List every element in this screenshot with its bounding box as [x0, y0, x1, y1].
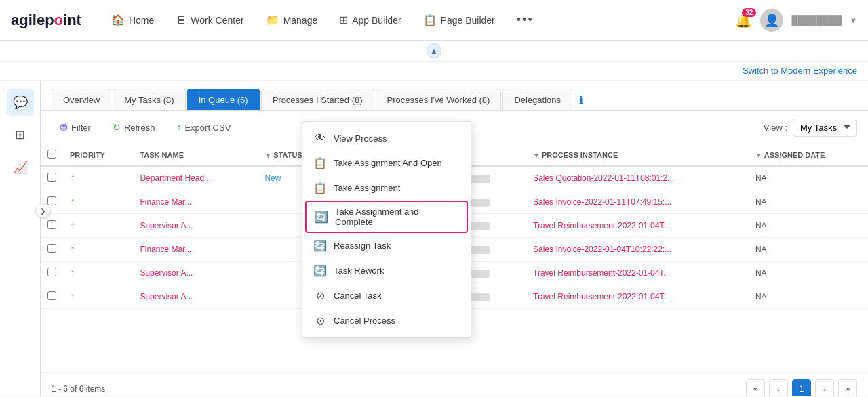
notification-button[interactable]: 🔔 32 [735, 12, 752, 28]
grid-icon: ⊞ [15, 127, 25, 142]
process-instance-cell: Travel Reimbursement-2022-01-04T... [526, 214, 749, 238]
assigned-date-value: NA [755, 292, 767, 301]
next-page-button[interactable]: › [815, 379, 834, 396]
tab-my-tasks[interactable]: My Tasks (8) [113, 89, 185, 110]
first-page-button[interactable]: « [746, 379, 765, 396]
menu-item-reassign-task[interactable]: 🔄 Reassign Task [302, 233, 471, 258]
nav-manage-label: Manage [283, 15, 318, 26]
nav-more-button[interactable]: ••• [509, 7, 542, 33]
export-csv-button[interactable]: ↑ Export CSV [168, 118, 239, 137]
assigned-date-value: NA [755, 268, 767, 278]
assigned-date-value: NA [755, 173, 767, 183]
items-count: 1 - 6 of 6 items [52, 384, 105, 394]
row-checkbox-cell [41, 166, 63, 190]
view-select[interactable]: My Tasks All Tasks [793, 119, 857, 137]
process-instance-link[interactable]: Travel Reimbursement-2022-01-04T... [533, 292, 670, 301]
export-label: Export CSV [184, 123, 231, 133]
pagination: « ‹ 1 › » [746, 379, 857, 396]
process-instance-header: ▼PROCESS INSTANCE [526, 144, 749, 166]
row-checkbox[interactable] [47, 173, 56, 182]
menu-item-cancel-process[interactable]: ⊙ Cancel Process [302, 308, 471, 333]
menu-icon-reassign-task: 🔄 [313, 239, 327, 252]
sidebar-toggle-button[interactable]: ❯ [35, 203, 50, 218]
menu-item-task-rework[interactable]: 🔄 Task Rework [302, 258, 471, 283]
nav-page-builder[interactable]: 📋 Page Builder [415, 8, 503, 32]
view-label: View : [764, 123, 787, 133]
row-checkbox[interactable] [47, 268, 56, 276]
user-dropdown-chevron[interactable]: ▼ [850, 16, 857, 24]
left-sidebar: 💬 ⊞ 📈 [0, 81, 41, 396]
nav-right: 🔔 32 👤 ████████ ▼ [735, 9, 857, 32]
sidebar-item-chart[interactable]: 📈 [7, 154, 34, 181]
process-instance-link[interactable]: Sales Invoice-2022-01-04T10:22:22:... [533, 245, 671, 254]
sidebar-item-tasks[interactable]: 💬 [7, 89, 34, 116]
task-name-link[interactable]: Supervisor A... [140, 221, 193, 230]
collapse-button[interactable]: ▲ [427, 43, 441, 58]
nav-app-builder[interactable]: ⊞ App Builder [331, 8, 409, 32]
task-name-link[interactable]: Finance Mar... [140, 197, 191, 207]
task-name-cell: Supervisor A... [133, 214, 258, 238]
tab-processes-started[interactable]: Processes I Started (8) [261, 89, 374, 110]
row-checkbox-cell [41, 285, 63, 309]
menu-item-cancel-task[interactable]: ⊘ Cancel Task [302, 283, 471, 308]
refresh-button[interactable]: ↻ Refresh [104, 118, 163, 137]
prev-page-button[interactable]: ‹ [769, 379, 788, 396]
nav-work-center-label: Work Center [191, 15, 243, 26]
row-checkbox[interactable] [47, 196, 56, 205]
collapse-bar: ▲ [0, 41, 868, 62]
menu-item-view-process[interactable]: 👁 View Process [302, 126, 471, 150]
sidebar-item-grid[interactable]: ⊞ [7, 121, 34, 148]
process-instance-cell: Sales Invoice-2022-01-11T07:49:15:... [526, 190, 749, 214]
home-icon: 🏠 [111, 14, 125, 26]
nav-home[interactable]: 🏠 Home [103, 8, 162, 32]
row-checkbox[interactable] [47, 291, 56, 300]
user-name: ████████ [791, 15, 842, 25]
export-icon: ↑ [176, 122, 181, 133]
switch-banner: Switch to Modern Experience [0, 62, 868, 81]
info-button[interactable]: ℹ [579, 89, 583, 110]
nav-work-center[interactable]: 🖥 Work Center [167, 9, 252, 32]
row-checkbox[interactable] [47, 244, 56, 253]
tab-processes-worked[interactable]: Processes I've Worked (8) [376, 89, 502, 110]
process-instance-link[interactable]: Travel Reimbursement-2022-01-04T... [533, 268, 670, 278]
tab-delegations-label: Delegations [514, 95, 561, 105]
user-avatar[interactable]: 👤 [760, 9, 783, 32]
nav-manage[interactable]: 📁 Manage [258, 8, 326, 32]
avatar-icon: 👤 [764, 13, 779, 28]
tab-delegations[interactable]: Delegations [502, 89, 572, 110]
task-name-cell: Finance Mar... [133, 238, 258, 262]
row-checkbox[interactable] [47, 220, 56, 229]
page-1-button[interactable]: 1 [792, 379, 811, 396]
menu-item-take-assignment-complete[interactable]: 🔄 Take Assignment and Complete [305, 201, 468, 233]
task-name-link[interactable]: Supervisor A... [140, 292, 193, 301]
assigned-date-cell: NA [749, 214, 868, 238]
task-name-link[interactable]: Supervisor A... [140, 268, 193, 278]
chart-icon: 📈 [13, 160, 28, 175]
tasks-icon: 💬 [13, 95, 28, 110]
menu-item-take-assignment-open[interactable]: 📋 Take Assignment And Open [302, 150, 471, 175]
task-name-link[interactable]: Finance Mar... [140, 245, 191, 254]
process-instance-cell: Travel Reimbursement-2022-01-04T... [526, 285, 749, 309]
menu-item-take-assignment[interactable]: 📋 Take Assignment [302, 175, 471, 201]
task-name-cell: Finance Mar... [133, 190, 258, 214]
tab-overview[interactable]: Overview [52, 89, 111, 110]
filter-button[interactable]: ⛃ Filter [52, 118, 99, 137]
switch-to-modern-link[interactable]: Switch to Modern Experience [743, 66, 857, 76]
process-instance-link[interactable]: Sales Invoice-2022-01-11T07:49:15:... [533, 197, 671, 207]
select-all-checkbox[interactable] [47, 150, 56, 159]
priority-arrow-icon: ↑ [70, 220, 75, 231]
process-instance-link[interactable]: Sales Quotation-2022-01-11T08:01:2... [533, 173, 674, 183]
logo-text: agilepoint [11, 12, 81, 29]
select-all-header [41, 144, 63, 166]
last-page-button[interactable]: » [838, 379, 857, 396]
task-name-header: TASK NAME [133, 144, 258, 166]
menu-icon-take-assignment-complete: 🔄 [315, 211, 328, 224]
nav-app-builder-label: App Builder [352, 15, 401, 26]
task-name-link[interactable]: Department Head ... [140, 173, 213, 183]
menu-label-task-rework: Task Rework [334, 266, 384, 276]
tab-in-queue[interactable]: In Queue (6) [187, 89, 260, 110]
refresh-icon: ↻ [113, 122, 121, 133]
process-instance-link[interactable]: Travel Reimbursement-2022-01-04T... [533, 221, 670, 230]
task-name-cell: Department Head ... [133, 166, 258, 190]
page-builder-icon: 📋 [423, 14, 437, 26]
